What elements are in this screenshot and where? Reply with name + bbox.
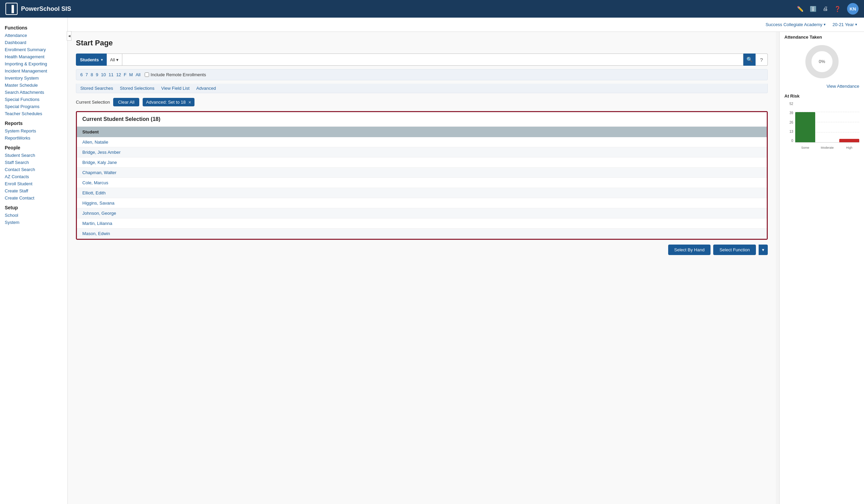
table-row[interactable]: Allen, Natalie — [77, 137, 767, 147]
sidebar-item-enrollment-summary[interactable]: Enrollment Summary — [0, 46, 68, 53]
sidebar-item-special-programs[interactable]: Special Programs — [0, 103, 68, 110]
sidebar-item-search-attachments[interactable]: Search Attachments — [0, 89, 68, 96]
view-attendance-link[interactable]: View Attendance — [784, 84, 859, 89]
attendance-section-title: Attendance Taken — [784, 35, 859, 40]
grade-11[interactable]: 11 — [108, 72, 113, 77]
student-name[interactable]: Johnson, George — [77, 208, 767, 218]
grade-chevron-icon: ▾ — [116, 57, 119, 62]
sidebar-reports-title: Reports — [0, 117, 68, 127]
table-row[interactable]: Martin, Lilianna — [77, 218, 767, 229]
search-input[interactable] — [122, 53, 743, 66]
sidebar-item-inventory-system[interactable]: Inventory System — [0, 74, 68, 82]
current-selection-bar: Current Selection Clear All Advanced: Se… — [76, 98, 768, 106]
search-help-button[interactable]: ? — [756, 53, 768, 66]
sidebar-item-incident-management[interactable]: Incident Management — [0, 68, 68, 74]
quick-data-panel: Quick Data ⚙ Attendance Taken 0% View At… — [779, 17, 864, 504]
select-by-hand-button[interactable]: Select By Hand — [668, 244, 711, 255]
y-label-0: 0 — [791, 139, 793, 143]
student-name[interactable]: Cole, Marcus — [77, 178, 767, 188]
grade-f[interactable]: F — [124, 72, 127, 77]
sidebar-item-health-management[interactable]: Health Management — [0, 53, 68, 60]
grade-12[interactable]: 12 — [116, 72, 121, 77]
type-chevron-icon: ▾ — [101, 58, 103, 62]
sidebar-item-dashboard[interactable]: Dashboard — [0, 39, 68, 46]
sidebar-item-teacher-schedules[interactable]: Teacher Schedules — [0, 110, 68, 117]
select-function-dropdown-button[interactable]: ▾ — [759, 244, 768, 255]
sidebar-item-system-reports[interactable]: System Reports — [0, 127, 68, 134]
print-icon[interactable]: 🖨 — [823, 6, 828, 12]
grade-6[interactable]: 6 — [80, 72, 83, 77]
sidebar-item-special-functions[interactable]: Special Functions — [0, 96, 68, 103]
alert-icon[interactable]: ℹ️ — [810, 6, 817, 12]
user-avatar[interactable]: KN — [847, 3, 859, 14]
student-name[interactable]: Mason, Edwin — [77, 229, 767, 239]
remote-enrollments-checkbox[interactable] — [145, 72, 149, 77]
search-icon: 🔍 — [746, 57, 753, 63]
clear-all-button[interactable]: Clear All — [113, 98, 139, 106]
grade-10[interactable]: 10 — [101, 72, 106, 77]
student-table: Student Allen, NatalieBridge, Jess Amber… — [77, 127, 767, 239]
sidebar-item-reportworks[interactable]: ReportWorks — [0, 134, 68, 142]
sidebar-item-attendance[interactable]: Attendance — [0, 32, 68, 39]
table-row[interactable]: Elliott, Edith — [77, 188, 767, 198]
help-circle-icon: ? — [760, 57, 763, 63]
grade-7[interactable]: 7 — [85, 72, 88, 77]
table-row[interactable]: Johnson, George — [77, 208, 767, 218]
sidebar-collapse-btn[interactable]: ◀ — [67, 31, 72, 41]
sidebar-item-student-search[interactable]: Student Search — [0, 152, 68, 159]
help-icon[interactable]: ❓ — [834, 6, 841, 12]
search-type-button[interactable]: Students ▾ — [76, 53, 107, 66]
sidebar-item-staff-search[interactable]: Staff Search — [0, 159, 68, 166]
current-selection-label: Current Selection — [76, 99, 110, 105]
sidebar-item-importing-exporting[interactable]: Importing & Exporting — [0, 60, 68, 68]
table-row[interactable]: Higgins, Savana — [77, 198, 767, 208]
search-submit-button[interactable]: 🔍 — [743, 53, 756, 66]
table-row[interactable]: Cole, Marcus — [77, 178, 767, 188]
student-name[interactable]: Allen, Natalie — [77, 137, 767, 147]
select-function-button[interactable]: Select Function — [713, 244, 756, 255]
grade-all[interactable]: All — [135, 72, 140, 77]
stored-selections-link[interactable]: Stored Selections — [120, 86, 155, 91]
student-table-title: Current Student Selection (18) — [77, 112, 767, 127]
view-field-list-link[interactable]: View Field List — [161, 86, 190, 91]
sidebar-item-enroll-student[interactable]: Enroll Student — [0, 180, 68, 187]
student-name[interactable]: Bridge, Kaly Jane — [77, 157, 767, 168]
grade-label: All — [110, 57, 115, 62]
table-row[interactable]: Bridge, Jess Amber — [77, 147, 767, 157]
app-logo: ▐ PowerSchool SIS — [5, 3, 71, 15]
student-name[interactable]: Chapman, Walter — [77, 168, 767, 178]
table-row[interactable]: Chapman, Walter — [77, 168, 767, 178]
sidebar-item-contact-search[interactable]: Contact Search — [0, 166, 68, 173]
advanced-tag-close-button[interactable]: × — [188, 100, 191, 105]
year-selector[interactable]: 20-21 Year ▾ — [832, 22, 857, 27]
sidebar-item-az-contacts[interactable]: AZ Contacts — [0, 173, 68, 180]
at-risk-bars-area — [795, 102, 859, 143]
sidebar-item-system[interactable]: System — [0, 219, 68, 226]
advanced-link[interactable]: Advanced — [196, 86, 216, 91]
sidebar-item-create-staff[interactable]: Create Staff — [0, 187, 68, 194]
y-label-26: 26 — [790, 121, 793, 124]
student-name[interactable]: Higgins, Savana — [77, 198, 767, 208]
at-risk-title: At Risk — [784, 94, 859, 98]
student-name[interactable]: Elliott, Edith — [77, 188, 767, 198]
school-selector[interactable]: Success Collegiate Academy ▾ — [765, 22, 826, 27]
edit-icon[interactable]: ✏️ — [797, 6, 804, 12]
sidebar-item-school[interactable]: School — [0, 212, 68, 219]
grade-m[interactable]: M — [129, 72, 133, 77]
grade-8[interactable]: 8 — [91, 72, 93, 77]
header-actions: ✏️ ℹ️ 🖨 ❓ KN — [797, 3, 859, 14]
sidebar-item-create-contact[interactable]: Create Contact — [0, 194, 68, 202]
student-column-header: Student — [77, 127, 767, 137]
grade-9[interactable]: 9 — [96, 72, 98, 77]
remote-enrollments-label[interactable]: Include Remote Enrollments — [145, 72, 206, 77]
stored-searches-link[interactable]: Stored Searches — [80, 86, 113, 91]
main-content: Start Page Students ▾ All ▾ 🔍 ? 6 7 8 9 … — [68, 32, 776, 504]
x-label-some: Some — [795, 146, 815, 149]
search-grade-button[interactable]: All ▾ — [107, 53, 122, 66]
table-row[interactable]: Mason, Edwin — [77, 229, 767, 239]
sidebar-item-master-schedule[interactable]: Master Schedule — [0, 82, 68, 89]
student-name[interactable]: Bridge, Jess Amber — [77, 147, 767, 157]
search-type-label: Students — [80, 57, 99, 62]
student-name[interactable]: Martin, Lilianna — [77, 218, 767, 229]
table-row[interactable]: Bridge, Kaly Jane — [77, 157, 767, 168]
